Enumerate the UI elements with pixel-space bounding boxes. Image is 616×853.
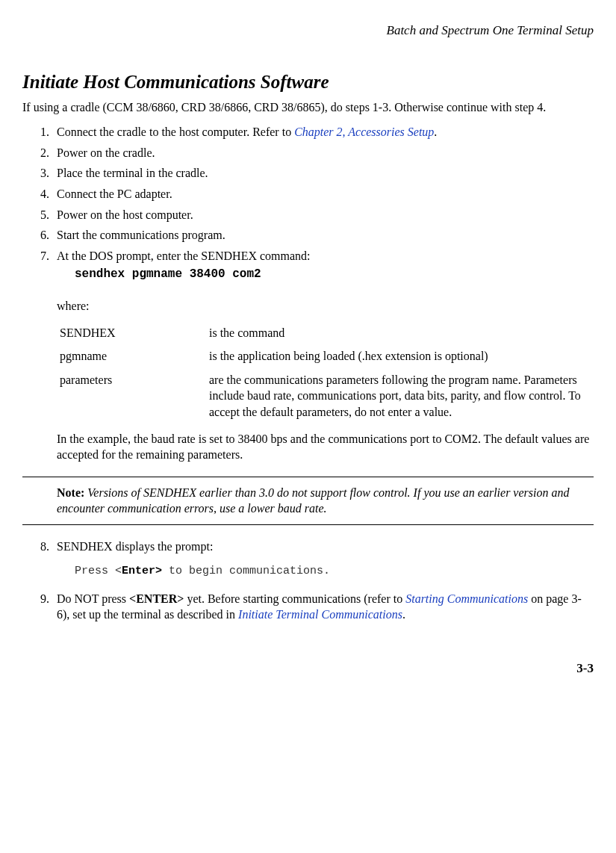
prompt-a: Press <	[75, 565, 122, 577]
def-desc: is the application being loaded (.hex ex…	[209, 348, 594, 365]
def-row: parameters are the communications parame…	[60, 372, 594, 421]
step-9-d: .	[402, 608, 405, 621]
sendhex-command: sendhex pgmname 38400 com2	[75, 267, 594, 283]
step-8-text: SENDHEX displays the prompt:	[57, 540, 213, 553]
page-number: 3-3	[22, 660, 594, 677]
note-body: Versions of SENDHEX earlier than 3.0 do …	[57, 486, 569, 515]
step-7-example: In the example, the baud rate is set to …	[57, 431, 594, 463]
step-8: SENDHEX displays the prompt: Press <Ente…	[52, 539, 594, 579]
section-title: Initiate Host Communications Software	[22, 69, 594, 95]
link-starting-communications[interactable]: Starting Communications	[405, 592, 528, 605]
def-term: SENDHEX	[60, 325, 209, 341]
step-1: Connect the cradle to the host computer.…	[52, 124, 594, 140]
def-term: parameters	[60, 372, 209, 421]
step-1-text-b: .	[434, 125, 437, 138]
sendhex-prompt: Press <Enter> to begin communications.	[75, 564, 594, 579]
def-desc: are the communications parameters follow…	[209, 372, 594, 421]
step-2: Power on the cradle.	[52, 145, 594, 161]
note-block: Note: Versions of SENDHEX earlier than 3…	[22, 477, 594, 525]
def-row: SENDHEX is the command	[60, 325, 594, 341]
step-7: At the DOS prompt, enter the SENDHEX com…	[52, 248, 594, 525]
step-6: Start the communications program.	[52, 227, 594, 244]
step-9: Do NOT press <ENTER> yet. Before startin…	[52, 591, 594, 623]
link-accessories-setup[interactable]: Chapter 2, Accessories Setup	[294, 125, 434, 138]
step-5: Power on the host computer.	[52, 207, 594, 223]
step-1-text-a: Connect the cradle to the host computer.…	[57, 125, 294, 138]
intro-paragraph: If using a cradle (CCM 38/6860, CRD 38/6…	[22, 99, 594, 116]
def-row: pgmname is the application being loaded …	[60, 348, 594, 365]
steps-list: Connect the cradle to the host computer.…	[37, 124, 594, 623]
step-9-enter-bold: <ENTER>	[129, 592, 184, 605]
prompt-enter: Enter>	[122, 565, 162, 577]
step-4: Connect the PC adapter.	[52, 186, 594, 202]
prompt-b: to begin communications.	[162, 565, 330, 577]
definition-table: SENDHEX is the command pgmname is the ap…	[60, 325, 594, 421]
where-label: where:	[57, 298, 594, 314]
step-9-a: Do NOT press	[57, 592, 129, 605]
def-term: pgmname	[60, 348, 209, 365]
link-initiate-terminal-communications[interactable]: Initiate Terminal Communications	[238, 608, 402, 621]
step-7-text: At the DOS prompt, enter the SENDHEX com…	[57, 249, 311, 262]
running-header: Batch and Spectrum One Terminal Setup	[22, 22, 594, 40]
def-desc: is the command	[209, 325, 594, 341]
step-3: Place the terminal in the cradle.	[52, 165, 594, 182]
note-label: Note:	[57, 486, 84, 499]
step-9-b: yet. Before starting communications (ref…	[184, 592, 405, 605]
